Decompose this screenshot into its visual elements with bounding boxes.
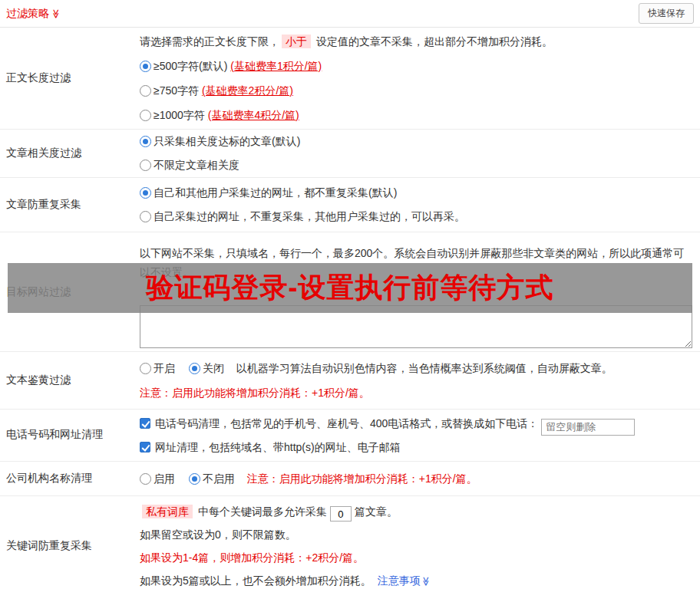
- radio-relevance-off-icon[interactable]: [140, 160, 151, 171]
- url-clean-label: 网址清理，包括纯域名、带http(s)的网址、电子邮箱: [155, 441, 401, 453]
- radio-750-fee-note: (基础费率2积分/篇): [202, 84, 293, 97]
- porn-filter-options: 开启 关闭 以机器学习算法自动识别色情内容，当色情概率达到系统阈值，自动屏蔽文章…: [140, 356, 700, 380]
- relevance-content: 只采集相关度达标的文章(默认) 不限定文章相关度: [140, 130, 700, 177]
- radio-1000-fee-note: (基础费率4积分/篇): [208, 109, 299, 121]
- row-company-clean: 公司机构名称清理 启用 不启用 注意：启用此功能将增加积分消耗：+1积分/篇。: [0, 462, 700, 496]
- desc-post: 设定值的文章不采集，超出部分不增加积分消耗。: [316, 35, 553, 48]
- radio-relevance-off-label: 不限定文章相关度: [154, 159, 239, 171]
- watermark-text: 验证码登录-设置执行前等待方式: [147, 269, 554, 307]
- radio-option-500[interactable]: ≥500字符(默认) (基础费率1积分/篇): [140, 54, 700, 78]
- radio-dedup-self-label: 自己采集过的网址，不重复采集，其他用户采集过的，可以再采。: [154, 210, 465, 222]
- keyword-dedup-line1-mid: 中每个关键词最多允许采集: [198, 505, 327, 518]
- radio-1000-icon[interactable]: [140, 110, 151, 121]
- url-clean-option[interactable]: 网址清理，包括纯域名、带http(s)的网址、电子邮箱: [140, 436, 700, 459]
- keyword-dedup-line4-text: 如果设为5篇或以上，也不会额外增加积分消耗。: [140, 574, 371, 587]
- radio-relevance-on-label: 只采集相关度达标的文章(默认): [154, 135, 300, 147]
- chevron-down-icon: ≫: [51, 8, 61, 18]
- radio-porn-on-label: 开启: [154, 362, 175, 374]
- radio-option-porn-on[interactable]: 开启: [140, 362, 175, 374]
- row-label-body-length: 正文长度过滤: [0, 28, 140, 129]
- radio-option-750[interactable]: ≥750字符 (基础费率2积分/篇): [140, 78, 700, 103]
- row-label-company-clean: 公司机构名称清理: [0, 462, 140, 495]
- radio-option-dedup-all[interactable]: 自己和其他用户采集过的网址，都不重复采集(默认): [140, 181, 700, 205]
- porn-filter-content: 开启 关闭 以机器学习算法自动识别色情内容，当色情概率达到系统阈值，自动屏蔽文章…: [140, 352, 700, 409]
- radio-500-icon[interactable]: [140, 61, 151, 72]
- body-length-content: 请选择需求的正文长度下限，小于 设定值的文章不采集，超出部分不增加积分消耗。 ≥…: [140, 28, 700, 129]
- radio-company-on-icon[interactable]: [140, 473, 151, 485]
- page-header: 过滤策略≫ 快速保存: [0, 0, 700, 28]
- radio-dedup-self-icon[interactable]: [140, 211, 151, 222]
- phone-clean-label: 电话号码清理，包括常见的手机号、座机号、400电话格式，或替换成如下电话：: [155, 417, 538, 429]
- filter-strategy-page: 过滤策略≫ 快速保存 正文长度过滤 请选择需求的正文长度下限，小于 设定值的文章…: [0, 0, 700, 589]
- quick-save-button[interactable]: 快速保存: [639, 3, 694, 24]
- max-articles-input[interactable]: [330, 506, 352, 522]
- radio-500-label: ≥500字符(默认): [154, 60, 227, 72]
- radio-porn-off-label: 关闭: [203, 362, 224, 374]
- radio-option-1000[interactable]: ≥1000字符 (基础费率4积分/篇): [140, 103, 700, 127]
- row-dedup-filter: 文章防重复采集 自己和其他用户采集过的网址，都不重复采集(默认) 自己采集过的网…: [0, 178, 700, 232]
- row-label-keyword-dedup: 关键词防重复采集: [0, 496, 140, 589]
- row-label-relevance: 文章相关度过滤: [0, 130, 140, 177]
- keyword-dedup-line1: 私有词库 中每个关键词最多允许采集篇文章。: [140, 500, 700, 523]
- keyword-dedup-line1-end: 篇文章。: [355, 505, 398, 518]
- row-phone-url-clean: 电话号码和网址清理 电话号码清理，包括常见的手机号、座机号、400电话格式，或替…: [0, 410, 700, 462]
- keyword-dedup-fee-note: 如果设为1-4篇，则增加积分消耗：+2积分/篇。: [140, 546, 700, 569]
- radio-option-company-off[interactable]: 不启用: [189, 472, 235, 485]
- porn-filter-fee-note: 注意：启用此功能将增加积分消耗：+1积分/篇。: [140, 380, 700, 405]
- phone-clean-option[interactable]: 电话号码清理，包括常见的手机号、座机号、400电话格式，或替换成如下电话：: [140, 412, 700, 436]
- radio-porn-on-icon[interactable]: [140, 363, 151, 374]
- radio-porn-off-icon[interactable]: [189, 363, 200, 374]
- radio-company-on-label: 启用: [154, 472, 175, 485]
- radio-1000-label: ≥1000字符: [154, 109, 205, 121]
- row-label-dedup: 文章防重复采集: [0, 178, 140, 232]
- porn-filter-desc: 以机器学习算法自动识别色情内容，当色情概率达到系统阈值，自动屏蔽文章。: [236, 362, 612, 374]
- radio-750-icon[interactable]: [140, 85, 151, 97]
- row-porn-filter: 文本鉴黄过滤 开启 关闭 以机器学习算法自动识别色情内容，当色情概率达到系统阈值…: [0, 352, 700, 410]
- phone-clean-checkbox[interactable]: [140, 418, 150, 429]
- watermark-overlay: 验证码登录-设置执行前等待方式: [8, 263, 692, 313]
- row-body-length-filter: 正文长度过滤 请选择需求的正文长度下限，小于 设定值的文章不采集，超出部分不增加…: [0, 28, 700, 130]
- radio-dedup-all-label: 自己和其他用户采集过的网址，都不重复采集(默认): [154, 186, 397, 199]
- url-clean-checkbox[interactable]: [140, 442, 150, 452]
- row-relevance-filter: 文章相关度过滤 只采集相关度达标的文章(默认) 不限定文章相关度: [0, 130, 700, 178]
- notes-link[interactable]: 注意事项≫: [378, 574, 431, 587]
- keyword-dedup-line4: 如果设为5篇或以上，也不会额外增加积分消耗。注意事项≫: [140, 569, 700, 589]
- keyword-dedup-content: 私有词库 中每个关键词最多允许采集篇文章。 如果留空或设为0，则不限篇数。 如果…: [140, 496, 700, 589]
- link-chevron-down-icon: ≫: [414, 576, 438, 586]
- row-keyword-dedup: 关键词防重复采集 私有词库 中每个关键词最多允许采集篇文章。 如果留空或设为0，…: [0, 496, 700, 589]
- desc-pre: 请选择需求的正文长度下限，: [140, 35, 279, 48]
- radio-relevance-on-icon[interactable]: [140, 136, 151, 147]
- dedup-content: 自己和其他用户采集过的网址，都不重复采集(默认) 自己采集过的网址，不重复采集，…: [140, 178, 700, 232]
- page-title-label: 过滤策略: [6, 7, 49, 19]
- body-length-desc: 请选择需求的正文长度下限，小于 设定值的文章不采集，超出部分不增加积分消耗。: [140, 29, 700, 54]
- radio-750-label: ≥750字符: [154, 84, 199, 97]
- radio-company-off-icon[interactable]: [189, 473, 200, 485]
- page-title[interactable]: 过滤策略≫: [6, 7, 61, 21]
- radio-option-relevance-on[interactable]: 只采集相关度达标的文章(默认): [140, 130, 692, 153]
- private-lexicon-highlight: 私有词库: [142, 505, 193, 518]
- radio-option-porn-off[interactable]: 关闭: [189, 362, 224, 374]
- company-clean-fee-note: 注意：启用此功能将增加积分消耗：+1积分/篇。: [247, 472, 477, 485]
- keyword-dedup-line2: 如果留空或设为0，则不限篇数。: [140, 523, 700, 546]
- row-label-porn-filter: 文本鉴黄过滤: [0, 352, 140, 409]
- replacement-phone-input[interactable]: [541, 419, 635, 436]
- row-label-phone-url-clean: 电话号码和网址清理: [0, 410, 140, 461]
- radio-option-relevance-off[interactable]: 不限定文章相关度: [140, 153, 692, 177]
- less-than-highlight: 小于: [282, 35, 311, 48]
- company-clean-content: 启用 不启用 注意：启用此功能将增加积分消耗：+1积分/篇。: [140, 462, 700, 495]
- radio-dedup-all-icon[interactable]: [140, 187, 151, 199]
- radio-500-fee-note: (基础费率1积分/篇): [230, 60, 322, 72]
- radio-company-off-label: 不启用: [203, 472, 235, 485]
- radio-option-company-on[interactable]: 启用: [140, 472, 175, 485]
- phone-url-clean-content: 电话号码清理，包括常见的手机号、座机号、400电话格式，或替换成如下电话： 网址…: [140, 410, 700, 461]
- radio-option-dedup-self[interactable]: 自己采集过的网址，不重复采集，其他用户采集过的，可以再采。: [140, 205, 700, 229]
- company-clean-options: 启用 不启用 注意：启用此功能将增加积分消耗：+1积分/篇。: [140, 466, 700, 491]
